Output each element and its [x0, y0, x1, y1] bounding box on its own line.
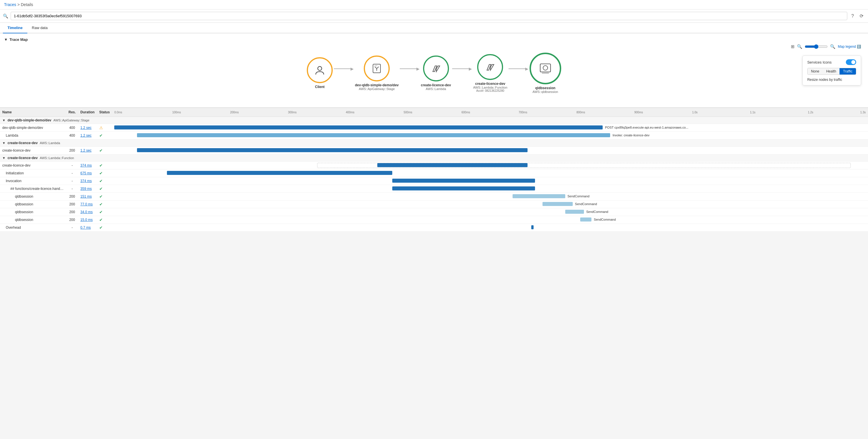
- row-duration-0-0: 1.2 sec: [78, 124, 97, 132]
- group-collapse-g3[interactable]: ▼: [2, 156, 5, 160]
- tab-bar: Timeline Raw data: [0, 23, 868, 33]
- col-header-res: Res.: [66, 108, 78, 117]
- search-icon: 🔍: [3, 13, 8, 19]
- connector-3: ▶: [452, 66, 472, 71]
- duration-link-2-0[interactable]: 374 ms: [80, 163, 92, 167]
- bar-label: SendCommand: [574, 202, 597, 206]
- map-legend-button[interactable]: Map legend ℹ️: [838, 44, 861, 49]
- row-status-2-8: ✔: [97, 224, 112, 231]
- row-duration-2-1: 675 ms: [78, 169, 97, 177]
- duration-link-2-4[interactable]: 151 ms: [80, 194, 92, 198]
- apigateway-icon: </>: [371, 63, 382, 74]
- status-ok-icon: ✔: [99, 202, 103, 207]
- duration-link-2-5[interactable]: 77.0 ms: [80, 202, 93, 206]
- zoom-slider[interactable]: [805, 44, 828, 49]
- breadcrumb: Traces > Details: [0, 0, 868, 9]
- refresh-button[interactable]: ⟳: [858, 13, 865, 19]
- row-res-2-6: 200: [66, 208, 78, 216]
- fit-view-button[interactable]: ⊞: [791, 44, 795, 49]
- row-duration-2-3: 359 ms: [78, 185, 97, 193]
- services-icons-label: Services Icons: [807, 60, 832, 64]
- toggle-slider: [846, 59, 856, 65]
- zoom-out-button[interactable]: 🔍: [797, 44, 802, 49]
- search-input[interactable]: [11, 12, 847, 20]
- duration-link-2-1[interactable]: 675 ms: [80, 171, 92, 175]
- col-header-status: Status: [97, 108, 112, 117]
- resize-by-traffic-label: Resize nodes by traffic: [807, 78, 856, 82]
- node-circle-client: [307, 57, 333, 83]
- status-ok-icon: ✔: [99, 225, 103, 230]
- trace-map-header[interactable]: ▼ Trace Map: [4, 36, 864, 44]
- search-bar: 🔍 ? ⟳: [0, 9, 868, 23]
- status-ok-icon: ✔: [99, 186, 103, 191]
- resize-options-group: None Health Traffic: [807, 68, 856, 75]
- timeline-section: Name Res. Duration Status 0.0ms 100ms 20…: [0, 107, 868, 231]
- client-icon: [314, 65, 325, 76]
- resize-none-button[interactable]: None: [808, 68, 823, 74]
- bar-0-0: [114, 125, 603, 129]
- node-circle-apigateway: </>: [364, 56, 390, 82]
- group-header-g1: ▼ dev-qldb-simple-demo/dev AWS::ApiGatew…: [0, 117, 868, 124]
- tick-300: 300ms: [288, 111, 297, 114]
- table-row: create-licence-dev - 374 ms ✔: [0, 162, 868, 169]
- row-name-2-7: qldbsession: [0, 216, 66, 224]
- node-label-lambda1: create-licence-dev AWS::Lambda: [421, 83, 451, 91]
- row-res-2-2: -: [66, 177, 78, 185]
- breadcrumb-traces-link[interactable]: Traces: [4, 2, 16, 7]
- row-duration-2-5: 77.0 ms: [78, 200, 97, 208]
- tab-timeline[interactable]: Timeline: [3, 23, 27, 33]
- resize-traffic-button[interactable]: Traffic: [839, 68, 856, 74]
- zoom-in-button[interactable]: 🔍: [830, 44, 835, 49]
- row-bar-2-7: SendCommand: [112, 216, 868, 224]
- tick-100: 100ms: [172, 111, 181, 114]
- duration-link-2-7[interactable]: 15.0 ms: [80, 218, 93, 222]
- tab-rawdata[interactable]: Raw data: [27, 23, 52, 33]
- row-status-2-0: ✔: [97, 162, 112, 169]
- tick-11: 1.1s: [750, 111, 755, 114]
- tick-500: 500ms: [403, 111, 412, 114]
- group-header-g3: ▼ create-licence-dev AWS::Lambda::Functi…: [0, 155, 868, 162]
- row-res-2-1: -: [66, 169, 78, 177]
- svg-text:</>: </>: [374, 65, 377, 67]
- duration-link-0-1[interactable]: 1.2 sec: [80, 133, 92, 137]
- row-duration-2-4: 151 ms: [78, 193, 97, 200]
- col-header-name: Name: [0, 108, 66, 117]
- service-node-apigateway: </> dev-qldb-simple-demo/dev AWS::ApiGat…: [355, 56, 399, 91]
- row-status-2-5: ✔: [97, 200, 112, 208]
- node-label-lambda2: create-licence-dev AWS::Lambda::Function…: [473, 82, 507, 92]
- tick-0: 0.0ms: [114, 111, 122, 114]
- node-circle-lambda2: [477, 54, 503, 80]
- resize-health-button[interactable]: Health: [823, 68, 840, 74]
- bar-2-0: [377, 163, 528, 167]
- row-duration-2-7: 15.0 ms: [78, 216, 97, 224]
- trace-map-section: ▼ Trace Map ⊞ 🔍 🔍 Map legend ℹ️: [0, 33, 868, 107]
- row-duration-2-0: 374 ms: [78, 162, 97, 169]
- node-label-qldb: qldbsession AWS::qldbsession: [532, 86, 558, 94]
- duration-link-2-6[interactable]: 34.0 ms: [80, 210, 93, 214]
- row-res-2-3: -: [66, 185, 78, 193]
- duration-link-0-0[interactable]: 1.2 sec: [80, 126, 92, 130]
- group-label-g3: ▼ create-licence-dev AWS::Lambda::Functi…: [0, 155, 112, 162]
- duration-link-1-0[interactable]: 1.2 sec: [80, 149, 92, 153]
- duration-link-2-8[interactable]: 0.7 ms: [80, 225, 91, 229]
- services-icons-toggle[interactable]: [846, 59, 856, 65]
- table-row: Initialization - 675 ms ✔: [0, 169, 868, 177]
- row-bar-1-0: [112, 147, 868, 155]
- group-collapse-g2[interactable]: ▼: [2, 141, 5, 145]
- status-ok-icon: ✔: [99, 194, 103, 199]
- tick-400: 400ms: [346, 111, 354, 114]
- service-node-lambda1: create-licence-dev AWS::Lambda: [421, 56, 451, 91]
- group-collapse-g1[interactable]: ▼: [2, 119, 5, 122]
- row-res-2-8: -: [66, 224, 78, 231]
- row-name-0-1: Lambda: [0, 132, 66, 139]
- table-row: ## functions/create-licence.handler - 35…: [0, 185, 868, 193]
- row-duration-2-6: 34.0 ms: [78, 208, 97, 216]
- tick-800: 800ms: [577, 111, 585, 114]
- row-name-0-0: dev-qldb-simple-demo/dev: [0, 124, 66, 132]
- duration-link-2-3[interactable]: 359 ms: [80, 187, 92, 191]
- table-header-row: Name Res. Duration Status 0.0ms 100ms 20…: [0, 108, 868, 117]
- help-button[interactable]: ?: [849, 13, 856, 19]
- duration-link-2-2[interactable]: 374 ms: [80, 179, 92, 183]
- svg-point-0: [318, 66, 322, 70]
- node-circle-qldb: [530, 53, 561, 84]
